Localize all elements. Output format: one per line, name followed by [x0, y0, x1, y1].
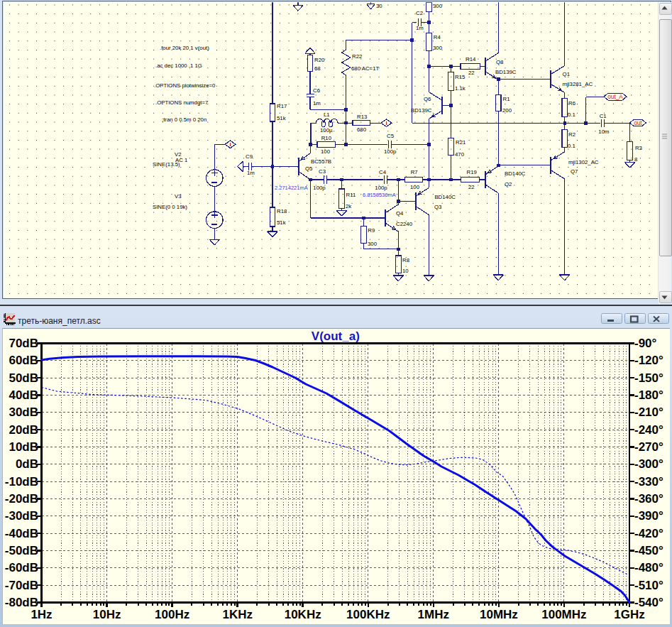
svg-text:;tran 0 0.5m 0 20n: ;tran 0 0.5m 0 20n — [162, 116, 206, 123]
svg-text:R6: R6 — [568, 100, 575, 107]
svg-text:-40dB: -40dB — [5, 527, 38, 540]
svg-text:Q3: Q3 — [434, 204, 441, 210]
svg-text:Q5: Q5 — [305, 165, 313, 172]
svg-text:680 AC=1T: 680 AC=1T — [351, 65, 379, 72]
svg-text:-10dB: -10dB — [5, 475, 38, 489]
svg-text:-210°: -210° — [634, 405, 663, 419]
svg-text:-70dB: -70dB — [5, 579, 38, 592]
svg-text:1Hz: 1Hz — [31, 608, 52, 621]
svg-text:-300°: -300° — [634, 457, 663, 471]
svg-text:22: 22 — [468, 70, 475, 76]
svg-text:300: 300 — [433, 45, 443, 51]
svg-text:60dB: 60dB — [9, 354, 38, 367]
svg-text:R2: R2 — [568, 131, 575, 138]
svg-text:100p: 100p — [375, 185, 387, 191]
svg-text:R10: R10 — [321, 135, 332, 141]
svg-text:-180°: -180° — [634, 388, 663, 402]
svg-text:10MHz: 10MHz — [480, 608, 518, 621]
svg-text:470: 470 — [455, 151, 465, 158]
svg-text:-20dB: -20dB — [5, 492, 38, 506]
svg-text:out_A: out_A — [607, 94, 623, 100]
svg-text:30: 30 — [376, 3, 382, 9]
svg-text:SINE(13.5): SINE(13.5) — [153, 161, 180, 168]
svg-text:R9: R9 — [368, 227, 375, 234]
svg-text:-420°: -420° — [634, 527, 663, 540]
svg-text:20dB: 20dB — [9, 423, 38, 437]
svg-text:-360°: -360° — [634, 492, 663, 506]
svg-text:100Hz: 100Hz — [155, 608, 189, 621]
svg-text:2k: 2k — [346, 203, 351, 209]
svg-text:0.1: 0.1 — [568, 143, 575, 149]
svg-text:R7: R7 — [411, 169, 418, 175]
svg-text:-150°: -150° — [634, 371, 663, 385]
svg-text:30dB: 30dB — [9, 405, 38, 419]
svg-text:-60dB: -60dB — [5, 561, 38, 574]
svg-text:L1: L1 — [324, 111, 330, 118]
svg-text:Q4: Q4 — [396, 210, 404, 217]
svg-text:R14: R14 — [466, 56, 476, 62]
svg-text:6.8158536mA: 6.8158536mA — [363, 192, 396, 198]
svg-text:Q8: Q8 — [496, 59, 503, 65]
svg-text:R13: R13 — [357, 114, 367, 120]
svg-text:V3: V3 — [175, 193, 182, 200]
svg-text:R21: R21 — [456, 139, 466, 146]
svg-text:-450°: -450° — [634, 544, 663, 557]
svg-text:0dB: 0dB — [16, 457, 38, 471]
svg-text:100p: 100p — [313, 185, 326, 191]
svg-text:R8: R8 — [402, 257, 409, 263]
svg-text:C9: C9 — [246, 153, 253, 160]
svg-text:C4: C4 — [379, 169, 387, 175]
svg-text:V(out_a): V(out_a) — [312, 329, 360, 343]
svg-text:R3: R3 — [635, 145, 642, 151]
svg-text:-50dB: -50dB — [5, 544, 38, 557]
svg-text:1m: 1m — [416, 25, 424, 31]
svg-text:Q1: Q1 — [563, 71, 570, 77]
svg-text:BD139C: BD139C — [495, 69, 517, 75]
svg-text:40dB: 40dB — [9, 388, 38, 402]
svg-text:8: 8 — [634, 156, 637, 163]
svg-text:1MHz: 1MHz — [418, 608, 449, 621]
svg-text:10m: 10m — [598, 129, 609, 135]
svg-text:C2: C2 — [416, 10, 423, 16]
svg-text:100KHz: 100KHz — [346, 608, 390, 621]
svg-text:C6: C6 — [313, 87, 320, 94]
svg-text:mjl3281_AC: mjl3281_AC — [563, 81, 593, 87]
svg-text:R17: R17 — [277, 103, 287, 109]
svg-text:22: 22 — [468, 184, 475, 190]
svg-text:BD140C: BD140C — [505, 170, 526, 177]
svg-text:-480°: -480° — [634, 561, 663, 574]
svg-text:-330°: -330° — [634, 475, 663, 489]
svg-text:-30dB: -30dB — [5, 509, 38, 523]
svg-text:mjl1302_AC: mjl1302_AC — [568, 159, 599, 165]
svg-text:-90°: -90° — [634, 337, 657, 350]
svg-text:R19: R19 — [467, 169, 477, 175]
svg-text:R4: R4 — [434, 34, 441, 40]
svg-text:out: out — [634, 120, 642, 126]
svg-text:10KHz: 10KHz — [285, 608, 321, 621]
svg-text:C1: C1 — [600, 113, 607, 119]
svg-text:BD139C: BD139C — [411, 107, 432, 114]
svg-text:R22: R22 — [352, 53, 362, 60]
svg-text:SINE(0 0 19k): SINE(0 0 19k) — [153, 204, 187, 210]
svg-text:10: 10 — [402, 268, 409, 274]
svg-text:10Hz: 10Hz — [93, 608, 121, 621]
svg-text:1KHz: 1KHz — [222, 608, 253, 621]
svg-text:.ac dec 1000 .1 1G: .ac dec 1000 .1 1G — [155, 62, 202, 69]
svg-text:0.1: 0.1 — [568, 111, 575, 118]
svg-text:1GHz: 1GHz — [614, 608, 644, 621]
svg-text:.OPTIONS plotwinsize=0: .OPTIONS plotwinsize=0 — [154, 82, 216, 89]
svg-text:R11: R11 — [346, 192, 356, 198]
svg-text:C3: C3 — [319, 168, 326, 175]
svg-text:-510°: -510° — [634, 579, 663, 592]
svg-text:10dB: 10dB — [9, 440, 38, 454]
svg-text:1.1k: 1.1k — [455, 85, 466, 92]
svg-text:51k: 51k — [277, 219, 286, 226]
svg-text:Q6: Q6 — [424, 96, 431, 102]
svg-text:1m: 1m — [313, 100, 321, 107]
svg-text:-390°: -390° — [634, 509, 663, 523]
svg-text:300: 300 — [368, 241, 378, 247]
svg-text:C5: C5 — [387, 133, 395, 139]
svg-text:Q2: Q2 — [505, 181, 512, 187]
svg-text:R1: R1 — [503, 96, 510, 102]
svg-text:R20: R20 — [314, 57, 325, 63]
